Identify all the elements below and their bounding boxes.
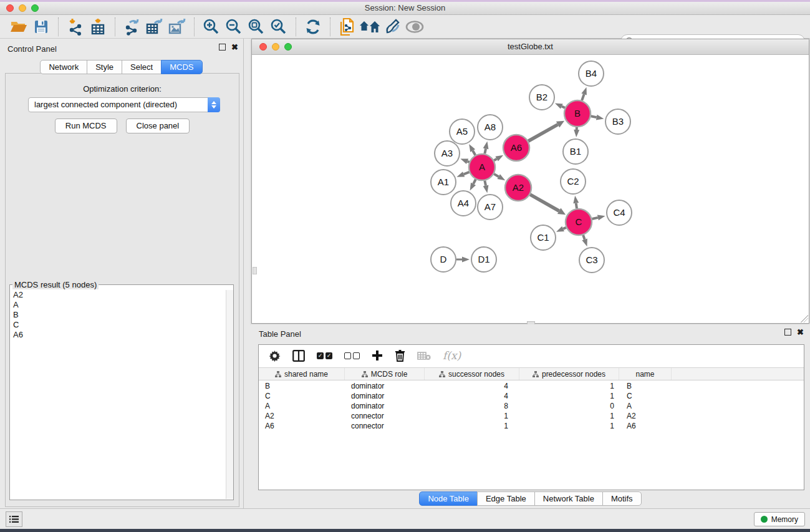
add-column-icon[interactable] [372,350,383,361]
table-header-row[interactable]: shared nameMCDS rolesuccessor nodesprede… [259,367,804,380]
deselect-all-icon[interactable] [344,352,360,359]
table-cell[interactable]: A2 [259,411,345,421]
table-cell[interactable]: connector [345,421,425,431]
tab-edge-table[interactable]: Edge Table [477,491,535,506]
table-cell[interactable]: 4 [425,391,519,401]
close-panel-icon[interactable]: ✖ [231,44,238,51]
zoom-out-button[interactable] [223,17,245,37]
memory-button[interactable]: Memory [754,512,805,526]
resize-corner-icon[interactable] [801,315,808,322]
split-panel-icon[interactable] [292,350,305,362]
export-network-button[interactable] [121,17,143,37]
graph-edge[interactable] [473,151,475,155]
zoom-selected-button[interactable] [268,17,290,37]
table-cell[interactable]: 1 [425,421,519,431]
tab-network[interactable]: Network [40,60,87,74]
result-item[interactable]: B [11,310,225,320]
tab-mcds[interactable]: MCDS [161,60,202,74]
graph-edge[interactable] [473,180,476,184]
network-graph[interactable]: B4B2BB3A5A8A6A3B1AC2A1A2A4A7C4CC1DD1C3 [253,55,809,323]
table-cell[interactable]: 8 [425,401,519,411]
table-cell[interactable]: A2 [619,411,672,421]
network-canvas[interactable]: B4B2BB3A5A8A6A3B1AC2A1A2A4A7C4CC1DD1C3 [253,55,808,322]
open-session-button[interactable] [7,17,30,37]
tab-node-table[interactable]: Node Table [419,491,478,506]
export-image-button[interactable] [166,17,188,37]
table-cell[interactable]: 1 [519,381,619,391]
table-cell[interactable]: connector [345,411,425,421]
run-mcds-button[interactable]: Run MCDS [55,118,117,133]
graph-edge[interactable] [464,172,470,174]
table-cell[interactable]: dominator [345,401,425,411]
table-row[interactable]: Adominator80A [259,401,804,411]
import-table-button[interactable] [87,17,109,37]
table-cell[interactable]: 1 [519,391,619,401]
result-scrollbar[interactable] [226,290,233,499]
table-cell[interactable]: A6 [259,421,345,431]
table-cell[interactable]: dominator [345,381,425,391]
table-cell[interactable]: A6 [619,421,672,431]
tab-motifs[interactable]: Motifs [602,491,642,506]
canvas-handle[interactable] [253,267,257,274]
column-header[interactable]: MCDS role [345,368,425,380]
table-row[interactable]: A6connector11A6 [259,421,804,431]
export-table-button[interactable] [143,17,166,37]
graph-edge[interactable] [485,148,486,153]
graph-edge[interactable] [576,203,577,209]
zoom-in-button[interactable] [200,17,223,37]
graph-edge[interactable] [562,107,565,108]
tab-network-table[interactable]: Network Table [534,491,603,506]
home-networks-button[interactable] [359,17,381,37]
result-item[interactable]: A6 [11,330,225,340]
graph-edge[interactable] [563,228,566,229]
table-row[interactable]: Bdominator41B [259,381,804,391]
table-cell[interactable]: 0 [519,401,619,411]
column-header[interactable]: name [619,368,672,380]
window-controls[interactable] [6,4,39,12]
zoom-window-icon[interactable] [284,43,292,51]
network-window-titlebar[interactable]: testGlobe.txt [252,39,809,55]
network-window-controls[interactable] [259,43,292,51]
tab-style[interactable]: Style [87,60,122,74]
minimize-window-icon[interactable] [19,4,26,12]
float-panel-icon[interactable] [219,44,226,51]
table-body[interactable]: Bdominator41BCdominator41CAdominator80AA… [259,381,804,490]
gear-icon[interactable] [269,350,281,362]
table-cell[interactable]: B [259,381,345,391]
import-network-button[interactable] [64,17,87,37]
table-cell[interactable]: B [619,381,672,391]
column-header[interactable]: predecessor nodes [519,368,619,380]
save-session-button[interactable] [30,17,52,37]
graph-edge[interactable] [494,159,496,161]
minimize-window-icon[interactable] [272,43,279,51]
close-window-icon[interactable] [259,43,267,51]
tab-select[interactable]: Select [122,60,162,74]
float-panel-icon[interactable] [784,329,791,336]
table-cell[interactable]: C [259,391,345,401]
graph-edge[interactable] [528,125,557,142]
table-cell[interactable]: 1 [519,421,619,431]
clone-network-button[interactable] [336,17,359,37]
close-panel-icon[interactable]: ✖ [797,329,804,336]
table-row[interactable]: Cdominator41C [259,391,804,401]
zoom-window-icon[interactable] [31,4,39,12]
apply-style-button[interactable] [381,17,403,37]
table-cell[interactable]: A [619,401,672,411]
refresh-button[interactable] [302,17,324,37]
table-cell[interactable]: C [619,391,672,401]
mcds-result-list[interactable]: A2ABCA6 [11,290,225,499]
criterion-select[interactable]: largest connected component (directed) [28,97,220,112]
table-cell[interactable]: 1 [425,411,519,421]
table-cell[interactable]: 4 [425,381,519,391]
graph-edge[interactable] [494,174,499,177]
zoom-fit-button[interactable] [245,17,268,37]
column-header[interactable]: successor nodes [425,368,519,380]
select-stepper-icon[interactable] [208,97,220,112]
result-item[interactable]: C [11,320,225,330]
graph-edge[interactable] [582,94,584,100]
graph-edge[interactable] [468,162,470,162]
table-cell[interactable]: 1 [519,411,619,421]
graph-edge[interactable] [485,181,486,186]
table-cell[interactable]: dominator [345,391,425,401]
task-history-button[interactable] [6,511,22,527]
